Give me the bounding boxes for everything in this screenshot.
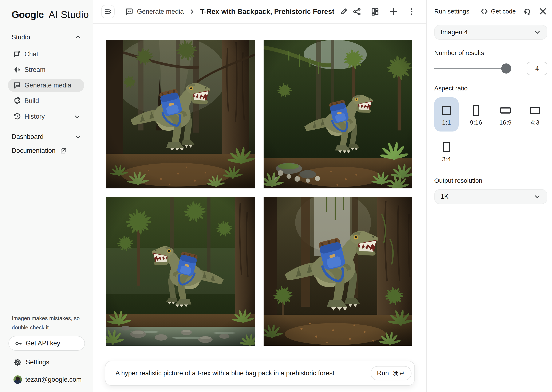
logo-google: Google (12, 9, 44, 20)
media-image-icon (125, 7, 134, 16)
generated-image-4-art (263, 197, 412, 346)
collapse-sidebar-button[interactable] (101, 5, 115, 18)
share-button[interactable] (352, 7, 361, 16)
breadcrumb[interactable]: Generate media (125, 7, 184, 16)
output-resolution-value: 1K (441, 193, 448, 200)
generated-image-4[interactable] (263, 197, 412, 346)
key-icon (14, 339, 22, 347)
gear-icon (14, 358, 22, 366)
chat-bubble-icon (13, 50, 22, 58)
sidebar-item-stream[interactable]: Stream (0, 62, 93, 77)
chevron-up-icon (74, 34, 82, 41)
sidebar-item-generate-media[interactable]: Generate media (0, 77, 93, 93)
aspect-ratio-16-9[interactable]: 16:9 (493, 97, 518, 132)
aspect-ratio-options: 1:1 9:16 16:9 4:3 (434, 97, 547, 132)
sidebar-item-label: Chat (24, 50, 38, 58)
model-select[interactable]: Imagen 4 (434, 25, 547, 40)
breadcrumb-label: Generate media (137, 8, 184, 15)
run-button[interactable]: Run ⌘↵ (371, 366, 412, 380)
code-brackets-icon (480, 7, 488, 16)
prompt-input[interactable]: A hyper realistic picture of a t-rex wit… (116, 370, 334, 377)
sidebar-footer: Imagen makes mistakes, so double-check i… (0, 314, 93, 392)
account-row[interactable]: tezan@google.com (8, 373, 84, 386)
portrait-ratio-icon (442, 142, 451, 153)
chevron-down-icon (533, 193, 541, 200)
dashboard-section-label: Dashboard (12, 133, 44, 140)
sidebar-item-chat[interactable]: Chat (0, 46, 93, 62)
generated-image-3-art (106, 197, 255, 346)
chevron-right-icon (188, 8, 195, 15)
external-link-icon (60, 147, 67, 154)
number-of-results-input[interactable] (527, 62, 547, 75)
aspect-ratio-9-16[interactable]: 9:16 (464, 97, 488, 132)
puzzle-icon (13, 97, 22, 105)
model-disclaimer: Imagen makes mistakes, so double-check i… (8, 314, 84, 332)
results-grid (106, 40, 426, 346)
slider-thumb[interactable] (501, 63, 511, 74)
documentation-label: Documentation (12, 147, 56, 154)
generated-image-3[interactable] (106, 197, 255, 346)
chevron-down-icon (533, 28, 541, 36)
close-panel-button[interactable] (538, 7, 547, 16)
generated-image-2-art (263, 40, 412, 189)
sidebar-item-documentation[interactable]: Documentation (0, 143, 93, 159)
header-actions (352, 7, 416, 16)
square-ratio-icon (442, 105, 451, 116)
get-api-key-button[interactable]: Get API key (8, 336, 85, 351)
get-api-key-label: Get API key (26, 340, 60, 347)
settings-label: Settings (26, 358, 49, 366)
number-of-results-slider[interactable] (434, 68, 510, 69)
reset-settings-icon (523, 7, 531, 16)
dashboard-grid-icon (371, 7, 380, 16)
run-settings-header: Run settings Get code (434, 1, 547, 21)
generated-image-2[interactable] (263, 40, 412, 189)
landscape-ratio-icon (530, 105, 540, 116)
chevron-down-icon (74, 113, 81, 120)
main-content: Generate media T-Rex with Backpack, Preh… (93, 0, 426, 392)
main-header: Generate media T-Rex with Backpack, Preh… (93, 0, 426, 24)
aspect-ratio-label: Aspect ratio (434, 85, 547, 92)
reset-settings-button[interactable] (523, 7, 531, 16)
generated-image-1-art (106, 40, 255, 189)
edit-title-button[interactable] (340, 7, 348, 16)
sidebar-nav: Chat Stream Generate media Build (0, 46, 93, 124)
sidebar-item-label: Stream (24, 66, 46, 74)
sidebar-section-dashboard[interactable]: Dashboard (0, 131, 93, 143)
settings-button[interactable]: Settings (8, 355, 84, 369)
sidebar-section-studio[interactable]: Studio (0, 31, 93, 43)
waveform-icon (13, 66, 22, 74)
account-email: tezan@google.com (25, 376, 82, 383)
sidebar-item-label: Build (24, 97, 39, 105)
sidebar-item-build[interactable]: Build (0, 93, 93, 109)
kebab-menu-icon (407, 7, 416, 16)
app-window: Google AI Studio Studio Chat Stream (0, 0, 552, 392)
studio-section-label: Studio (12, 34, 30, 41)
aspect-ratio-options-row-2: 3:4 (434, 138, 547, 165)
aspect-ratio-4-3[interactable]: 4:3 (523, 97, 547, 132)
share-icon (352, 7, 361, 16)
menu-collapse-icon (104, 7, 112, 16)
more-options-button[interactable] (407, 7, 416, 16)
run-settings-title: Run settings (434, 8, 469, 15)
new-prompt-button[interactable] (389, 7, 398, 16)
number-of-results-control (434, 62, 547, 75)
get-code-button[interactable]: Get code (480, 7, 516, 16)
pencil-icon (340, 7, 348, 16)
model-select-value: Imagen 4 (441, 28, 468, 36)
page-title: T-Rex with Backpack, Prehistoric Forest (200, 7, 334, 16)
run-label: Run (377, 370, 389, 377)
media-image-icon (13, 81, 22, 89)
apps-grid-button[interactable] (371, 7, 380, 16)
generated-image-1[interactable] (106, 40, 255, 189)
sidebar: Google AI Studio Studio Chat Stream (0, 0, 93, 392)
plus-icon (389, 7, 398, 16)
avatar (14, 375, 22, 384)
sidebar-item-history[interactable]: History (0, 109, 93, 124)
aspect-ratio-1-1[interactable]: 1:1 (434, 97, 459, 132)
output-resolution-select[interactable]: 1K (434, 189, 547, 204)
app-logo[interactable]: Google AI Studio (0, 0, 93, 20)
aspect-ratio-3-4[interactable]: 3:4 (434, 138, 459, 165)
sidebar-item-label: History (24, 113, 45, 120)
logo-suffix: AI Studio (49, 9, 89, 20)
prompt-bar: A hyper realistic picture of a t-rex wit… (105, 361, 415, 386)
